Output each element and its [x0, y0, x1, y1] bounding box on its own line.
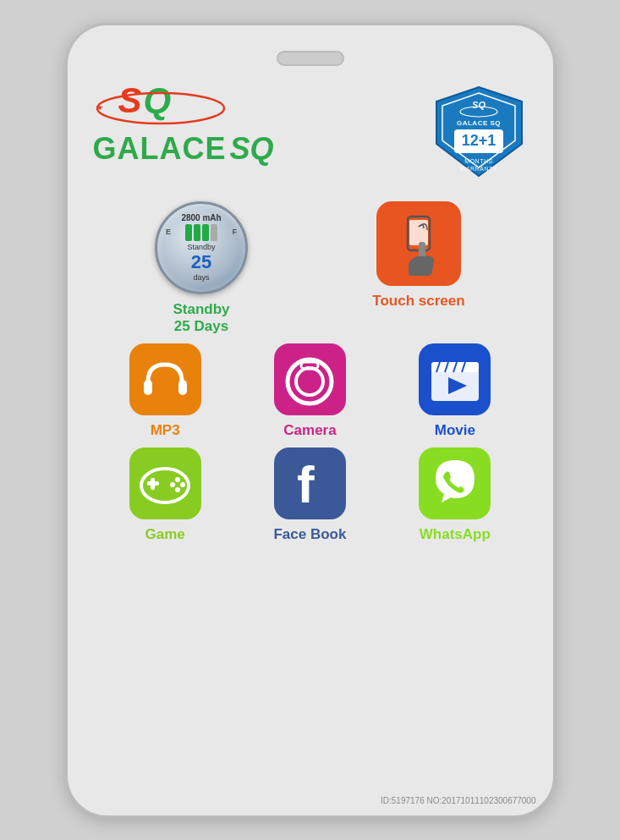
feature-row-2: MP3 Camera: [93, 343, 528, 439]
battery-icon: E F 2800 mAh Standby 25 days: [155, 201, 248, 294]
movie-svg: [425, 352, 486, 407]
svg-rect-25: [151, 478, 155, 490]
svg-point-27: [170, 482, 175, 487]
svg-text:SQ: SQ: [472, 100, 486, 110]
svg-text:f: f: [297, 455, 315, 513]
camera-feature: Camera: [250, 343, 369, 439]
svg-point-13: [288, 360, 332, 404]
orbit-svg: [93, 90, 228, 128]
game-icon: [129, 447, 201, 519]
warranty-badge: SQ GALACE SQ 12+1 MONTHS WARRANTY: [431, 83, 528, 184]
galace-text: GALACE: [93, 131, 227, 167]
phone-frame: S Q GALACE SQ: [65, 23, 556, 818]
svg-text:WARRANTY: WARRANTY: [460, 166, 497, 172]
svg-text:12+1: 12+1: [461, 132, 496, 149]
battery-bars: [185, 224, 217, 241]
whatsapp-feature: WhatsApp: [396, 447, 514, 543]
touchscreen-feature: Touch screen: [359, 201, 478, 310]
facebook-icon: f: [274, 447, 346, 519]
svg-point-29: [175, 487, 180, 492]
svg-point-26: [175, 477, 180, 482]
mp3-feature-label: MP3: [151, 422, 180, 439]
features-grid: E F 2800 mAh Standby 25 days Standby25 D…: [93, 201, 528, 543]
facebook-feature-label: Face Book: [273, 526, 346, 543]
movie-feature: Movie: [396, 343, 514, 439]
touchscreen-feature-label: Touch screen: [372, 293, 464, 310]
game-feature-label: Game: [145, 526, 185, 543]
battery-days-label: days: [193, 273, 209, 282]
feature-row-3: Game f Face Book: [93, 447, 528, 543]
feature-row-1: E F 2800 mAh Standby 25 days Standby25 D…: [93, 201, 528, 335]
whatsapp-svg: [425, 453, 485, 513]
svg-text:MONTHS: MONTHS: [464, 158, 492, 164]
logo-area: S Q GALACE SQ: [93, 83, 528, 184]
svg-text:GALACE SQ: GALACE SQ: [456, 119, 500, 127]
watermark: ID:5197176 NO:20171011102300677000: [381, 796, 536, 805]
standby-feature: E F 2800 mAh Standby 25 days Standby25 D…: [142, 201, 261, 335]
battery-mah-text: 2800 mAh: [181, 213, 221, 222]
mp3-svg: [138, 352, 193, 407]
whatsapp-icon: [419, 447, 491, 519]
svg-point-28: [180, 482, 185, 487]
game-feature: Game: [106, 447, 224, 543]
badge-svg: SQ GALACE SQ 12+1 MONTHS WARRANTY: [431, 83, 528, 184]
movie-icon: [419, 343, 491, 415]
battery-days-num: 25: [191, 251, 211, 273]
svg-rect-12: [178, 380, 187, 395]
svg-rect-15: [301, 362, 318, 369]
speaker: [277, 51, 344, 66]
camera-icon: [274, 343, 346, 415]
standby-text: Standby: [187, 243, 215, 251]
camera-svg: [280, 352, 339, 407]
standby-feature-label: Standby25 Days: [173, 301, 229, 335]
touchscreen-svg: [385, 210, 453, 277]
svg-point-14: [296, 368, 323, 395]
svg-point-0: [97, 93, 224, 124]
mp3-icon: [129, 343, 201, 415]
movie-feature-label: Movie: [435, 422, 475, 439]
sq-suffix-text: SQ: [230, 131, 274, 167]
facebook-svg: f: [287, 453, 333, 513]
whatsapp-feature-label: WhatsApp: [420, 526, 491, 543]
game-svg: [135, 456, 195, 511]
camera-feature-label: Camera: [283, 422, 336, 439]
svg-rect-11: [144, 380, 152, 395]
mp3-feature: MP3: [106, 343, 224, 439]
battery-e-label: E: [166, 228, 171, 236]
battery-f-label: F: [233, 228, 238, 236]
sq-logo: S Q GALACE SQ: [93, 83, 274, 167]
touchscreen-icon: [376, 201, 461, 286]
facebook-feature: f Face Book: [250, 447, 369, 543]
